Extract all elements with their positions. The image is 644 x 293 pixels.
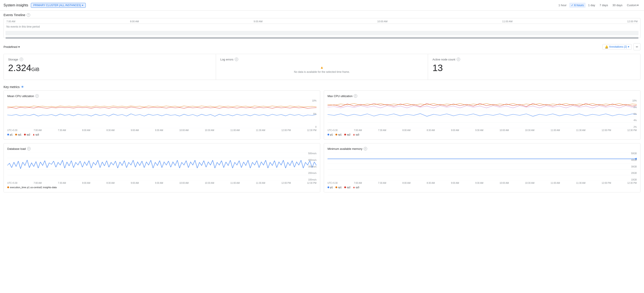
db-load-x-labels: UTC+5:30 7:00 AM 7:30 AM 8:00 AM 8:30 AM… [7,182,316,184]
events-timeline-container: 7:00 AM 8:00 AM 9:00 AM 10:00 AM 11:00 A… [4,18,640,38]
mean-cpu-legend: p1 rp1 rp2 rp3 [7,133,316,136]
header-left: System insights PRIMARY CLUSTER (ALL INS… [4,3,86,8]
min-memory-x-labels: UTC+5:30 7:00 AM 7:30 AM 8:00 AM 8:30 AM… [328,182,637,184]
events-timeline-header: Events Timeline ? [4,11,640,18]
timeline-track [6,31,638,35]
db-load-title: Database load ⏱ [7,147,316,150]
checkmark-icon: ✓ [571,4,574,7]
log-errors-no-data: ▲ No data is available for the selected … [220,63,424,76]
predefined-button[interactable]: Predefined ▾ [4,45,20,49]
y-label-0: 0 [312,126,316,128]
db-legend-label-exec: execution_time p1 us-central1 insights-d… [10,186,57,189]
max-legend-label-p1: p1 [330,133,333,136]
y-label-500: 500ms/s [308,152,316,155]
time-btn-6hours[interactable]: ✓ 6 hours [569,3,586,8]
db-load-chart-area: 500ms/s 400ms/s 300ms/s 200ms/s 100ms/s [7,152,316,181]
legend-rp1: rp1 [15,133,22,136]
max-legend-rp1: rp1 [336,133,342,136]
y-label-400: 400ms/s [308,159,316,161]
max-cpu-y-labels: 10% 8% 6% 4% 2% [632,100,637,128]
stat-card-active-nodes: Active node count ⏱ 13 [428,54,640,80]
max-cpu-label: Max CPU utilization [328,94,352,98]
y-label-10p: 10% [632,100,637,102]
max-legend-label-rp2: rp2 [347,133,350,136]
timeline-label-3: 10:00 AM [377,20,388,23]
timeline-scrollbar-thumb[interactable] [6,37,638,39]
time-btn-1day[interactable]: 1 day [586,3,597,8]
y-label-4p: 4% [632,119,637,122]
timeline-label-4: 11:00 AM [502,20,512,23]
db-legend-exec: execution_time p1 us-central1 insights-d… [7,186,57,189]
active-nodes-value: 13 [432,63,636,73]
log-errors-clock-icon[interactable]: ⏱ [235,58,238,61]
active-nodes-clock-icon[interactable]: ⏱ [457,58,460,61]
mean-cpu-clock-icon[interactable]: ⏱ [35,94,39,98]
events-timeline-title: Events Timeline [4,13,25,17]
legend-p1: p1 [7,133,12,136]
active-nodes-number: 13 [432,63,443,73]
mem-legend-label-rp3: rp3 [356,186,359,189]
timeline-no-events-text: No events in this time period [6,24,638,29]
chart-database-load: Database load ⏱ 500ms/s 400ms/s 3 [4,143,320,192]
time-btn-7days[interactable]: 7 days [598,3,610,8]
max-legend-dot-p1 [328,134,329,135]
key-metrics-header: Key metrics 👁 [4,83,640,91]
active-nodes-label: Active node count [432,58,455,61]
edit-icon: ✏ [636,45,638,49]
top-header: System insights PRIMARY CLUSTER (ALL INS… [0,0,644,11]
mean-cpu-y-labels: 10% 5% 0 [312,100,316,128]
min-memory-chart-area: 50GB 40GB 30GB 20GB 10GB [328,152,637,181]
warning-icon: ▲ [320,66,324,70]
events-timeline-info-icon[interactable]: ? [27,13,30,17]
time-btn-1hour[interactable]: 1 hour [557,3,568,8]
chevron-down-icon: ▾ [82,4,83,7]
mem-legend-rp1: rp1 [336,186,342,189]
y-label-30gb: 30GB [631,165,637,168]
y-label-8p: 8% [632,106,637,109]
mean-cpu-title: Mean CPU utilization ⏱ [7,94,316,98]
storage-clock-icon[interactable]: ⏱ [20,58,23,61]
mem-legend-rp3: rp3 [353,186,359,189]
db-load-clock-icon[interactable]: ⏱ [27,147,31,150]
no-data-text: No data is available for the selected ti… [294,70,350,74]
mem-legend-label-p1: p1 [330,186,333,189]
min-memory-clock-icon[interactable]: ⏱ [364,147,367,150]
time-btn-custom[interactable]: Custom ▾ [625,3,640,8]
mem-legend-dot-rp1 [336,186,337,188]
mean-cpu-chart-area: 10% 5% 0 [7,100,316,128]
min-memory-y-labels: 50GB 40GB 30GB 20GB 10GB [631,152,637,181]
max-cpu-title: Max CPU utilization ⏱ [328,94,637,98]
db-legend-dot-exec [7,186,9,188]
db-load-legend: execution_time p1 us-central1 insights-d… [7,186,316,189]
time-btn-30days[interactable]: 30 days [611,3,624,8]
storage-label: Storage [8,58,18,61]
y-label-10gb: 10GB [631,178,637,181]
y-label-10: 10% [312,100,316,102]
legend-dot-rp1 [15,134,17,135]
max-legend-label-rp1: rp1 [338,133,342,136]
max-legend-p1: p1 [328,133,333,136]
mem-legend-label-rp1: rp1 [338,186,342,189]
max-cpu-clock-icon[interactable]: ⏱ [354,94,357,98]
chevron-down-icon-time: ▾ [637,4,639,7]
eye-icon[interactable]: 👁 [21,85,24,89]
y-label-200: 200ms/s [308,172,316,174]
chart-max-cpu: Max CPU utilization ⏱ [324,91,640,140]
stat-card-storage: Storage ⏱ 2.324GiB [4,54,216,80]
legend-dot-rp3 [33,134,34,135]
timeline-axis: 7:00 AM 8:00 AM 9:00 AM 10:00 AM 11:00 A… [6,20,638,23]
min-memory-title: Minimum available memory ⏱ [328,147,637,150]
mem-legend-rp2: rp2 [344,186,350,189]
annotations-button[interactable]: 🔔 Annotations (2) ▾ [602,44,632,50]
legend-rp3: rp3 [33,133,39,136]
timeline-label-5: 12:00 PM [627,20,638,23]
timeline-scrollbar[interactable] [6,37,638,39]
y-label-40gb: 40GB [631,159,637,161]
max-legend-dot-rp2 [344,134,346,135]
min-memory-legend: p1 rp1 rp2 rp3 [328,186,637,189]
timeline-label-0: 7:00 AM [6,20,15,23]
edit-button[interactable]: ✏ [634,43,640,50]
cluster-selector[interactable]: PRIMARY CLUSTER (ALL INSTANCES) ▾ [31,3,86,8]
storage-unit: GiB [31,67,40,72]
mem-legend-label-rp2: rp2 [347,186,350,189]
